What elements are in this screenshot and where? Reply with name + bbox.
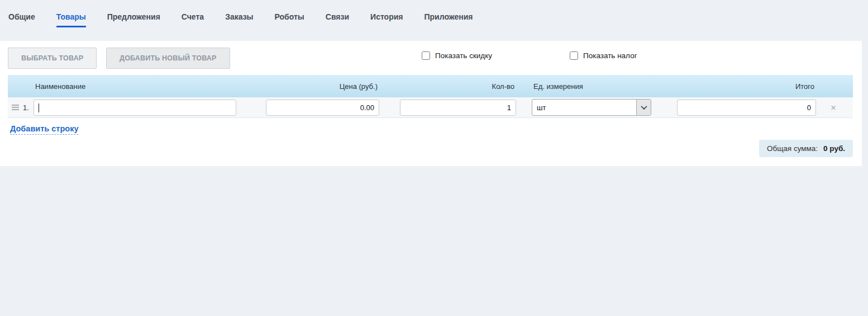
tab-products[interactable]: Товары — [56, 12, 86, 27]
product-quantity-cell — [400, 100, 516, 116]
tab-invoices[interactable]: Счета — [182, 12, 204, 27]
product-price-cell — [266, 100, 379, 116]
tab-label: Приложения — [424, 12, 473, 22]
tab-general[interactable]: Общие — [8, 12, 35, 27]
tab-label: Товары — [56, 12, 86, 22]
row-index: 1. — [23, 103, 29, 112]
deal-detail-page: Общие Товары Предложения Счета Заказы Ро… — [0, 0, 868, 316]
tab-label: Счета — [182, 12, 204, 22]
header-total: Итого — [677, 82, 816, 91]
show-discount-label: Показать скидку — [435, 51, 492, 60]
select-product-button[interactable]: ВЫБРАТЬ ТОВАР — [8, 48, 97, 69]
tab-links[interactable]: Связи — [326, 12, 349, 27]
tab-label: Общие — [8, 12, 35, 22]
show-tax-label: Показать налог — [583, 51, 637, 60]
total-sum-value: 0 руб. — [823, 144, 845, 153]
show-tax-checkbox[interactable] — [570, 51, 578, 60]
summary-row: Общая сумма: 0 руб. — [0, 135, 862, 157]
delete-row-icon[interactable]: × — [831, 102, 836, 113]
header-name: Наименование — [34, 82, 236, 91]
products-toolbar: ВЫБРАТЬ ТОВАР ДОБАВИТЬ НОВЫЙ ТОВАР Показ… — [0, 41, 862, 69]
tab-label: Заказы — [225, 12, 253, 22]
show-tax-checkbox-wrap[interactable]: Показать налог — [570, 51, 637, 60]
tab-orders[interactable]: Заказы — [225, 12, 253, 27]
chevron-down-icon — [641, 103, 647, 110]
header-quantity: Кол-во — [400, 82, 516, 91]
active-tab-underline — [56, 26, 86, 27]
product-unit-cell: шт — [532, 99, 651, 116]
show-discount-checkbox[interactable] — [422, 51, 430, 60]
row-delete-cell: × — [816, 103, 853, 112]
drag-handle-icon[interactable] — [12, 103, 19, 111]
products-panel: ВЫБРАТЬ ТОВАР ДОБАВИТЬ НОВЫЙ ТОВАР Показ… — [0, 41, 862, 166]
tab-apps[interactable]: Приложения — [424, 12, 473, 27]
add-new-product-button[interactable]: ДОБАВИТЬ НОВЫЙ ТОВАР — [106, 48, 230, 69]
product-name-cell — [34, 100, 236, 116]
tab-underline — [107, 26, 160, 27]
tab-label: Связи — [326, 12, 349, 22]
product-quantity-input[interactable] — [400, 100, 516, 116]
tab-label: Предложения — [107, 12, 160, 22]
tab-label: История — [370, 12, 403, 22]
unit-select-arrow-button[interactable] — [636, 100, 651, 115]
tab-underline — [182, 26, 204, 27]
header-unit: Ед. измерения — [532, 82, 651, 91]
product-table-header: Наименование Цена (руб.) Кол-во Ед. изме… — [8, 75, 853, 97]
add-row-link[interactable]: Добавить строку — [10, 124, 78, 135]
product-price-input[interactable] — [266, 100, 379, 116]
tab-underline — [326, 26, 349, 27]
unit-select[interactable]: шт — [532, 99, 651, 116]
tab-underline — [225, 26, 253, 27]
total-sum-label: Общая сумма: — [767, 144, 818, 153]
product-total-input[interactable] — [677, 100, 816, 116]
tab-label: Роботы — [275, 12, 304, 22]
product-table-row: 1. шт — [8, 97, 853, 118]
unit-select-value: шт — [532, 100, 636, 115]
header-price: Цена (руб.) — [266, 82, 379, 91]
add-row-wrap: Добавить строку — [0, 118, 862, 135]
tab-history[interactable]: История — [370, 12, 403, 27]
tab-underline — [8, 26, 35, 27]
tab-underline — [275, 26, 304, 27]
text-caret — [39, 103, 39, 112]
tab-robots[interactable]: Роботы — [275, 12, 304, 27]
product-name-input[interactable] — [34, 100, 236, 116]
total-sum-badge: Общая сумма: 0 руб. — [759, 140, 853, 157]
product-total-cell — [677, 100, 816, 116]
tab-bar: Общие Товары Предложения Счета Заказы Ро… — [0, 0, 868, 41]
row-handle-cell: 1. — [8, 103, 34, 112]
tab-quotes[interactable]: Предложения — [107, 12, 160, 27]
tab-underline — [424, 26, 473, 27]
show-discount-checkbox-wrap[interactable]: Показать скидку — [422, 51, 492, 60]
tab-underline — [370, 26, 403, 27]
